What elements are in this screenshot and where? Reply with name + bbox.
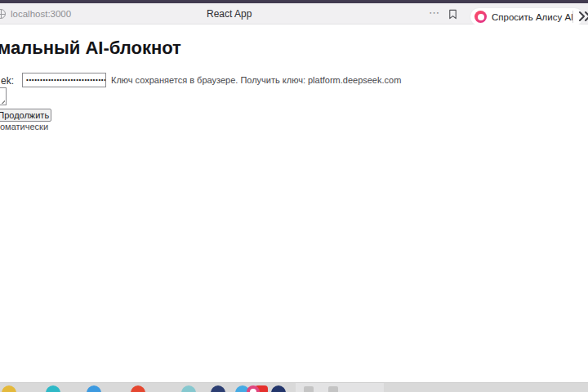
continue-button-label: Продолжить (0, 110, 49, 120)
taskbar-app-navy[interactable] (211, 385, 225, 392)
more-menu-icon[interactable]: ⋯ (429, 3, 440, 24)
page-title: мальный AI-блокнот (0, 38, 181, 59)
taskbar-app-red[interactable] (131, 385, 145, 392)
autosave-note: оматически (0, 122, 48, 131)
taskbar-app-yellow[interactable] (2, 385, 16, 392)
browser-toolbar: localhost:3000 React App ⋯ Спросить Алис… (0, 3, 588, 24)
site-globe-icon (0, 9, 6, 19)
taskbar-app-lightteal[interactable] (181, 385, 196, 392)
api-key-hint: Ключ сохраняется в браузере. Получить кл… (111, 75, 401, 85)
api-key-label: ek: (1, 75, 14, 87)
taskbar-tray-icon-1[interactable] (304, 386, 314, 392)
ask-alice-label: Спросить Алису AI (492, 12, 573, 22)
ask-alice-button[interactable]: Спросить Алису AI (470, 8, 583, 25)
taskbar-app-blue[interactable] (87, 385, 101, 392)
tab-react-app[interactable]: React App (207, 3, 252, 24)
bookmark-icon[interactable] (447, 8, 459, 20)
taskbar-app-teal[interactable] (46, 385, 60, 392)
taskbar[interactable] (0, 382, 588, 392)
taskbar-app-darknavy[interactable] (271, 385, 286, 392)
alice-ai-icon (474, 11, 487, 23)
toolbar-divider (572, 11, 573, 23)
address-bar[interactable]: localhost:3000 (11, 3, 71, 24)
page-content: мальный AI-блокнот ek: •••••••••••••••••… (0, 24, 588, 382)
browser-sidebar-icon[interactable] (577, 9, 588, 24)
textarea-resize-handle[interactable] (0, 98, 5, 104)
note-textarea[interactable] (0, 87, 7, 105)
continue-button[interactable]: ✍ Продолжить (0, 109, 51, 122)
api-key-input[interactable]: •••••••••••••••••••••••••••••• (22, 73, 106, 87)
taskbar-tray-icon-2[interactable] (328, 386, 338, 392)
screen: localhost:3000 React App ⋯ Спросить Алис… (0, 0, 588, 392)
